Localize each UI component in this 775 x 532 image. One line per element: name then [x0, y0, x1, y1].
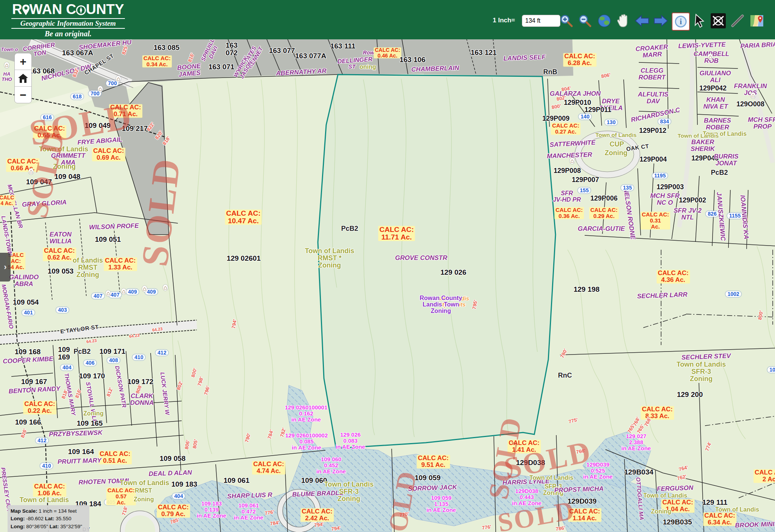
identify-tool[interactable]: i: [672, 12, 690, 31]
pid-label: 109 167: [21, 378, 47, 386]
calc-label: CALC AC:6.34 Ac.: [703, 512, 736, 526]
calc-label: CALC AC:2 Ac.: [753, 469, 775, 483]
zoom-in-button[interactable]: +: [15, 53, 31, 70]
own-label: ST: [348, 64, 355, 70]
pan-hand-tool[interactable]: [615, 12, 632, 29]
measure-ruler-tool[interactable]: [729, 12, 746, 29]
soil-label: RnB: [543, 68, 557, 76]
forward-arrow-tool[interactable]: [652, 12, 669, 29]
pid-label: 109 060: [301, 477, 327, 484]
own-label: SECHLER STEV: [682, 353, 731, 361]
blu-label: 409: [126, 289, 139, 295]
pid-label: 163 067A: [62, 49, 93, 57]
pid-label: 129O008: [736, 101, 764, 108]
pid-label: 129 200: [677, 391, 703, 398]
rowan-county-gis-app: Town oCORRIHERTON163 067A163 068SHOEMAKE…: [0, 0, 775, 532]
own-label: SECHLER LARR: [637, 291, 688, 300]
calc-label: CALC AC:0.22 Ac.: [23, 401, 56, 414]
pid-label: 129P006: [590, 195, 618, 202]
pid-label: 129B034: [624, 468, 653, 476]
own-label: DEAL D ALAN: [149, 469, 192, 478]
sidebar-expand-tab[interactable]: ›: [0, 253, 11, 282]
own-label: PRUITT MARY: [58, 457, 101, 465]
pid-label: 129P012: [639, 127, 666, 134]
own-label: MCH SFRNC O: [650, 193, 679, 206]
pid-label: 109 166: [15, 418, 41, 426]
pid-label: 129 111: [702, 499, 728, 506]
pid-label: 129P003: [657, 184, 684, 191]
pid-label: 163 106: [400, 56, 426, 64]
calc-label: CALC AC:4.36 Ac.: [657, 270, 690, 283]
pid-label: 109 164: [68, 448, 94, 456]
blu-label: 407: [92, 293, 104, 299]
own-label: CLEGGROBERT: [638, 67, 665, 81]
pointer-tool[interactable]: [691, 12, 708, 29]
pid-label: 163 111: [330, 42, 356, 50]
google-maps-tool[interactable]: [749, 12, 765, 29]
calc-label: CALC AC:0.46 Ac.: [373, 47, 401, 58]
scale-label: 1 Inch=: [493, 17, 515, 24]
red-label: 776': [265, 509, 275, 516]
blu-label: 410: [132, 355, 145, 360]
red-label: 806': [601, 72, 611, 79]
logo-title: RWAN CUNTY: [11, 2, 125, 17]
pid-label: 109 054: [13, 299, 39, 306]
stamp-label: SOLD: [134, 156, 187, 269]
own-label: FERGUSON: [657, 484, 694, 492]
mag-label: 109 0600.452in AE Zone: [316, 456, 346, 474]
zoom-out-tool[interactable]: [577, 12, 593, 29]
scale-input[interactable]: [522, 15, 560, 27]
hse-label: ⌂: [750, 92, 755, 98]
hse-label: ⌂: [106, 290, 110, 296]
pid-label: 129P004: [640, 156, 667, 163]
red-label: 816': [187, 52, 195, 63]
map-pin-icon: [22, 3, 30, 17]
mag-label: 129 0260.083in AE Zone: [336, 432, 365, 450]
own-label: LANDIS SELF: [503, 54, 546, 62]
mag-label: 109 0591.135in AE Zone: [426, 495, 456, 513]
calc-label: CALC AC:2.42 Ac.: [300, 508, 334, 522]
red-label: 764': [678, 465, 688, 472]
own-label: CROAKERMARR: [635, 44, 669, 59]
pid-label: 163 077A: [295, 52, 326, 60]
red-label: 780': [560, 348, 568, 359]
str-label: OAK CT: [626, 143, 649, 152]
calc-label: CALC AC:9.51 Ac.: [417, 455, 450, 468]
soil-label: PcB2: [341, 225, 358, 232]
own-label: ABERNATHY AR: [276, 68, 327, 77]
extent-compass-tool[interactable]: [710, 12, 727, 29]
zoom-out-button[interactable]: −: [15, 87, 31, 103]
hse-label: ⌂: [570, 158, 574, 164]
red-label: 64.23: [152, 327, 163, 333]
home-button[interactable]: [15, 70, 31, 87]
olv-label: of LandisRMSTZoning: [73, 257, 103, 278]
own-label: DICKSON PATR: [114, 366, 128, 408]
calc-label: CALC AC:0.34 Ac.: [142, 55, 172, 67]
globe-tool[interactable]: [596, 12, 613, 29]
calc-label: CALC AC:10.47 Ac.: [225, 210, 261, 225]
own-label: SHARP LUIS R: [227, 492, 272, 500]
pid-label: 129 198: [574, 286, 600, 293]
own-label: CHAMBERLAIN: [411, 65, 459, 73]
map-viewport[interactable]: Town oCORRIHERTON163 067A163 068SHOEMAKE…: [0, 39, 775, 532]
back-arrow-tool[interactable]: [634, 12, 651, 29]
blu-label: 404: [61, 365, 73, 370]
zoom-in-tool[interactable]: [558, 12, 575, 29]
pid-label: 129P008: [554, 167, 581, 174]
blu-label: 135: [621, 185, 633, 191]
blu-label: 408: [107, 358, 120, 363]
pid-label: 109 053: [48, 268, 74, 275]
pid-label: 109 171: [100, 348, 126, 355]
own-label: BAKERSHERIK: [691, 139, 715, 152]
pid-label: 109 168: [15, 348, 41, 356]
calc-label: CALC AC:11.71 Ac.: [378, 226, 415, 241]
hse-label: ⌂: [98, 86, 103, 92]
pid-label: 129P042: [699, 85, 727, 92]
own-label: Town o: [1, 47, 18, 52]
stamp-label: SOLD: [496, 496, 577, 532]
own-label: SFR JV-2NTL: [674, 207, 702, 221]
pid-label: 109 051: [95, 236, 121, 243]
olv-label: Zoning: [651, 509, 671, 515]
blu-label: 410: [40, 463, 53, 469]
own-label: JANUSZKIEWIC: [715, 192, 726, 241]
